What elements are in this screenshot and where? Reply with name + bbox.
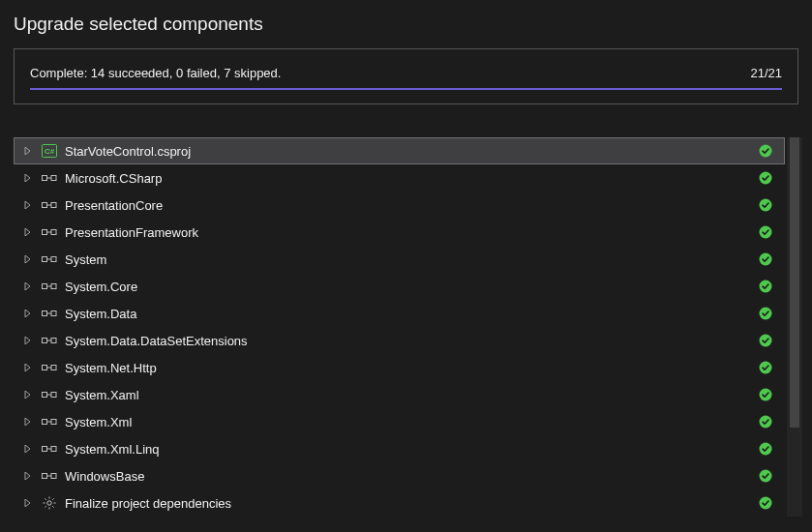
expander-icon[interactable] xyxy=(24,337,32,344)
svg-point-10 xyxy=(760,199,772,212)
status-panel: Complete: 14 succeeded, 0 failed, 7 skip… xyxy=(14,48,798,104)
svg-rect-33 xyxy=(51,366,56,370)
svg-point-46 xyxy=(760,443,772,456)
success-icon xyxy=(759,280,772,293)
expander-icon[interactable] xyxy=(24,472,32,480)
success-icon xyxy=(759,496,772,510)
svg-rect-17 xyxy=(51,257,56,262)
ref-icon xyxy=(42,360,57,375)
expander-icon[interactable] xyxy=(24,201,32,209)
item-label: System.Net.Http xyxy=(65,361,759,375)
list-item[interactable]: C#StarVoteControl.csproj xyxy=(14,137,785,164)
svg-point-18 xyxy=(760,253,772,266)
ref-icon xyxy=(42,414,57,429)
ref-icon xyxy=(42,306,57,321)
item-label: StarVoteControl.csproj xyxy=(65,144,759,159)
expander-icon[interactable] xyxy=(24,255,32,263)
svg-rect-5 xyxy=(51,176,56,181)
success-icon xyxy=(759,469,772,483)
item-label: PresentationCore xyxy=(65,198,759,213)
expander-icon[interactable] xyxy=(24,499,32,507)
ref-icon xyxy=(42,441,57,457)
expander-icon[interactable] xyxy=(24,364,32,371)
ref-icon xyxy=(42,468,57,484)
svg-point-2 xyxy=(760,145,772,158)
svg-rect-47 xyxy=(43,474,47,479)
list-item[interactable]: Microsoft.CSharp xyxy=(14,164,785,192)
success-icon xyxy=(759,171,772,185)
list-item[interactable]: System.Xml.Linq xyxy=(14,435,785,462)
ref-icon xyxy=(42,224,57,240)
status-count: 21/21 xyxy=(750,66,782,80)
svg-rect-25 xyxy=(51,311,56,316)
scrollbar[interactable] xyxy=(787,137,802,517)
svg-text:C#: C# xyxy=(45,147,55,156)
list-item[interactable]: System.Data xyxy=(14,300,785,327)
success-icon xyxy=(759,415,772,429)
expander-icon[interactable] xyxy=(24,418,32,426)
svg-rect-39 xyxy=(43,420,47,425)
svg-point-52 xyxy=(760,497,772,510)
expander-icon[interactable] xyxy=(24,282,32,290)
item-label: Microsoft.CSharp xyxy=(65,171,759,186)
item-label: System.Data.DataSetExtensions xyxy=(65,334,759,348)
success-icon xyxy=(759,252,772,266)
svg-point-34 xyxy=(760,362,772,374)
list-item[interactable]: System.Net.Http xyxy=(14,354,785,381)
gear-icon xyxy=(42,495,57,511)
svg-rect-13 xyxy=(51,230,56,235)
expander-icon[interactable] xyxy=(24,147,32,155)
list-item[interactable]: PresentationCore xyxy=(14,192,785,219)
svg-rect-49 xyxy=(51,474,56,479)
svg-rect-15 xyxy=(43,257,47,262)
list-item[interactable]: Finalize project dependencies xyxy=(14,489,785,517)
svg-rect-21 xyxy=(51,284,56,289)
list-item[interactable]: WindowsBase xyxy=(14,462,785,489)
svg-rect-7 xyxy=(43,203,47,208)
item-label: PresentationFramework xyxy=(65,225,759,240)
list-item[interactable]: System.Core xyxy=(14,273,785,300)
component-list: C#StarVoteControl.csprojMicrosoft.CSharp… xyxy=(14,137,785,517)
list-item[interactable]: PresentationFramework xyxy=(14,219,785,246)
svg-point-50 xyxy=(760,470,772,483)
ref-icon xyxy=(42,197,57,213)
success-icon xyxy=(759,442,772,456)
ref-icon xyxy=(42,170,57,186)
expander-icon[interactable] xyxy=(24,445,32,453)
svg-point-22 xyxy=(760,281,772,293)
expander-icon[interactable] xyxy=(24,310,32,317)
svg-point-42 xyxy=(760,416,772,429)
svg-rect-45 xyxy=(51,447,56,452)
success-icon xyxy=(759,225,772,239)
item-label: Finalize project dependencies xyxy=(65,496,759,511)
svg-rect-31 xyxy=(43,366,47,370)
item-label: WindowsBase xyxy=(65,469,759,484)
ref-icon xyxy=(42,387,57,402)
expander-icon[interactable] xyxy=(24,228,32,236)
expander-icon[interactable] xyxy=(24,174,32,182)
svg-rect-43 xyxy=(43,447,47,452)
item-label: System.Data xyxy=(65,307,759,321)
svg-point-30 xyxy=(760,335,772,347)
svg-point-51 xyxy=(47,501,51,505)
svg-point-38 xyxy=(760,389,772,401)
list-item[interactable]: System.Xaml xyxy=(14,381,785,408)
svg-rect-27 xyxy=(43,339,47,343)
item-label: System.Core xyxy=(65,280,759,294)
svg-point-14 xyxy=(760,226,772,239)
list-item[interactable]: System.Xml xyxy=(14,408,785,435)
expander-icon[interactable] xyxy=(24,391,32,399)
svg-rect-29 xyxy=(51,339,56,343)
list-item[interactable]: System xyxy=(14,246,785,273)
item-label: System.Xaml xyxy=(65,388,759,402)
svg-rect-9 xyxy=(51,203,56,208)
svg-rect-11 xyxy=(43,230,47,235)
success-icon xyxy=(759,307,772,320)
list-item[interactable]: System.Data.DataSetExtensions xyxy=(14,327,785,354)
svg-point-26 xyxy=(760,308,772,320)
status-text: Complete: 14 succeeded, 0 failed, 7 skip… xyxy=(30,66,281,80)
svg-point-6 xyxy=(760,172,772,185)
success-icon xyxy=(759,361,772,374)
scrollbar-thumb[interactable] xyxy=(790,137,799,428)
svg-rect-37 xyxy=(51,393,56,398)
